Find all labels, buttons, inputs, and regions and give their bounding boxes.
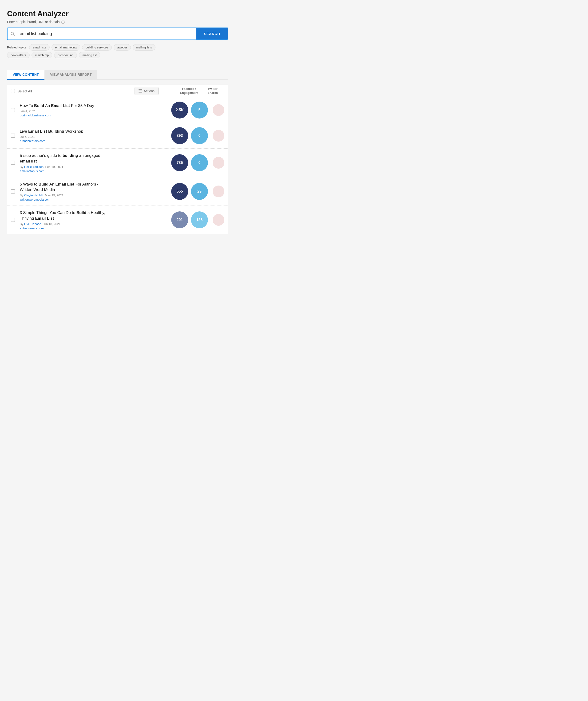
actions-button[interactable]: Actions — [135, 87, 159, 95]
row-meta: By Hollie Youlden Feb 19, 2021 — [20, 165, 167, 169]
tag-prospecting[interactable]: prospecting — [54, 52, 77, 58]
twitter-stat: 123 — [191, 211, 208, 228]
row-domain[interactable]: brandcreators.com — [20, 139, 167, 143]
table-row: 5-step author's guide to building an eng… — [7, 149, 228, 177]
row-meta: By Clayton Noblit May 19, 2021 — [20, 194, 167, 197]
facebook-stat: 555 — [171, 183, 188, 200]
search-bar: SEARCH — [7, 27, 228, 40]
search-input[interactable] — [18, 28, 196, 39]
related-label: Related topics: — [7, 46, 27, 49]
svg-rect-3 — [139, 91, 142, 91]
row-content: How To Build An Email List For $5 A Day … — [20, 103, 167, 118]
twitter-stat: 29 — [191, 183, 208, 200]
articles-list: How To Build An Email List For $5 A Day … — [7, 97, 228, 234]
col-header-facebook: Facebook Engagement — [177, 87, 201, 95]
stats-wrap: 555 29 — [171, 183, 224, 200]
row-content: 3 Simple Things You Can Do to Build a He… — [20, 210, 167, 230]
tab-view-content[interactable]: VIEW CONTENT — [7, 70, 44, 80]
search-icon — [8, 28, 18, 39]
third-stat — [213, 130, 224, 142]
twitter-stat: 0 — [191, 154, 208, 171]
subtitle-row: Enter a topic, brand, URL or domain i — [7, 20, 228, 24]
twitter-stat: 0 — [191, 127, 208, 144]
row-content: 5-step author's guide to building an eng… — [20, 153, 167, 173]
facebook-stat: 201 — [171, 211, 188, 228]
third-stat — [213, 214, 224, 226]
row-checkbox[interactable] — [11, 161, 15, 165]
search-button[interactable]: SEARCH — [196, 28, 228, 39]
stats-wrap: 201 123 — [171, 211, 224, 228]
table-row: Live Email List Building Workshop Jul 6,… — [7, 123, 228, 149]
select-all-checkbox[interactable] — [11, 89, 15, 93]
author-link[interactable]: Liviu Tanase — [24, 222, 41, 226]
tab-view-analysis[interactable]: VIEW ANALYSIS REPORT — [44, 70, 97, 80]
tag-building-services[interactable]: building services — [82, 44, 112, 50]
row-domain[interactable]: writtenwordmedia.com — [20, 198, 167, 201]
third-stat — [213, 186, 224, 197]
tag-email-marketing[interactable]: email marketing — [51, 44, 80, 50]
author-link[interactable]: Clayton Noblit — [24, 194, 43, 197]
stats-wrap: 785 0 — [171, 154, 224, 171]
facebook-stat: 2.5K — [171, 101, 188, 119]
column-headers: Facebook Engagement Twitter Shares — [177, 87, 224, 95]
row-domain[interactable]: boringoldbusiness.com — [20, 113, 167, 117]
stats-wrap: 2.5K 5 — [171, 101, 224, 119]
table-row: 5 Ways to Build An Email List For Author… — [7, 177, 228, 206]
row-title: 3 Simple Things You Can Do to Build a He… — [20, 210, 167, 221]
page-title: Content Analyzer — [7, 9, 228, 18]
actions-icon — [139, 89, 142, 93]
divider — [7, 65, 228, 65]
related-topics-row1: Related topics: email lists email market… — [7, 44, 228, 50]
twitter-stat: 5 — [191, 101, 208, 119]
tabs-row: VIEW CONTENT VIEW ANALYSIS REPORT — [7, 70, 228, 80]
col-header-twitter: Twitter Shares — [201, 87, 224, 95]
select-all-label: Select All — [17, 89, 32, 93]
stats-wrap: 893 0 — [171, 127, 224, 144]
third-stat — [213, 104, 224, 116]
tag-email-lists[interactable]: email lists — [29, 44, 50, 50]
facebook-stat: 785 — [171, 154, 188, 171]
facebook-stat: 893 — [171, 127, 188, 144]
row-title: 5-step author's guide to building an eng… — [20, 153, 167, 164]
tag-aweber[interactable]: aweber — [114, 44, 131, 50]
row-domain[interactable]: entrepreneur.com — [20, 226, 167, 230]
table-toolbar: Select All Actions Facebook Engagement T… — [7, 85, 228, 97]
row-checkbox[interactable] — [11, 218, 15, 222]
tag-mailing-lists[interactable]: mailing lists — [133, 44, 156, 50]
row-checkbox[interactable] — [11, 134, 15, 138]
tag-newsletters[interactable]: newsletters — [7, 52, 30, 58]
row-content: Live Email List Building Workshop Jul 6,… — [20, 129, 167, 143]
svg-rect-4 — [139, 92, 142, 93]
table-row: How To Build An Email List For $5 A Day … — [7, 97, 228, 123]
related-topics-row2: newsletters mailchimp prospecting mailin… — [7, 52, 228, 58]
table-row: 3 Simple Things You Can Do to Build a He… — [7, 206, 228, 234]
row-title: Live Email List Building Workshop — [20, 129, 167, 134]
actions-label: Actions — [144, 89, 155, 93]
third-stat — [213, 157, 224, 169]
tag-mailing-list[interactable]: mailing list — [79, 52, 100, 58]
svg-line-1 — [13, 34, 15, 36]
row-title: 5 Ways to Build An Email List For Author… — [20, 182, 167, 193]
row-meta: Jul 6, 2021 — [20, 135, 167, 139]
author-link[interactable]: Hollie Youlden — [24, 165, 43, 169]
subtitle-text: Enter a topic, brand, URL or domain — [7, 20, 60, 24]
select-all-wrap: Select All — [11, 89, 135, 93]
info-icon[interactable]: i — [61, 20, 65, 24]
row-checkbox[interactable] — [11, 108, 15, 112]
row-meta: Jan 4, 2021 — [20, 109, 167, 113]
tag-mailchimp[interactable]: mailchimp — [31, 52, 52, 58]
row-title: How To Build An Email List For $5 A Day — [20, 103, 167, 108]
row-meta: By Liviu Tanase Jun 18, 2021 — [20, 222, 167, 226]
row-domain[interactable]: emailoctopus.com — [20, 169, 167, 173]
row-checkbox[interactable] — [11, 189, 15, 194]
svg-rect-2 — [139, 89, 142, 90]
row-content: 5 Ways to Build An Email List For Author… — [20, 182, 167, 202]
